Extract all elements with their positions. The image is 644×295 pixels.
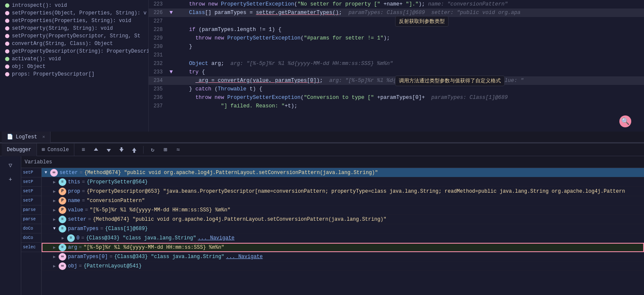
sidebar-item-0[interactable]: introspect(): void xyxy=(0,2,148,9)
var-row-value[interactable]: ▶ P value = "[%-5p]%r %l %d{yyyy-MM-dd H… xyxy=(42,205,644,215)
var-row-this[interactable]: ▶ ≡ this = {PropertySetter@564} xyxy=(42,177,644,187)
line-content: try { xyxy=(175,68,644,76)
toolbar-separator xyxy=(143,146,144,154)
expand-icon: ▶ xyxy=(50,264,59,269)
line-arrow xyxy=(168,25,175,34)
code-area: introspect(): void setProperties(Object,… xyxy=(0,0,644,132)
expand-icon: ▶ xyxy=(50,245,59,250)
toolbar-up-btn[interactable] xyxy=(90,144,102,155)
navigate-link-pt0[interactable]: ... Navigate xyxy=(198,235,234,241)
line-arrow xyxy=(168,0,175,8)
tab-close-icon[interactable]: × xyxy=(42,135,45,140)
svg-rect-3 xyxy=(121,147,122,149)
var-name-paramtypes0: paramTypes[0] xyxy=(68,254,108,260)
tab-logtest[interactable]: 📄 LogTest × xyxy=(2,131,51,143)
line-content: Class[] paramTypes = setter.getParameter… xyxy=(175,8,644,17)
var-row-paramtypes0[interactable]: ▶ ∞ paramTypes[0] = {Class@343} "class j… xyxy=(42,252,644,261)
line-num: 228 xyxy=(149,25,168,34)
tab-debugger[interactable]: Debugger xyxy=(2,143,37,156)
search-icon[interactable]: 🔍 xyxy=(619,115,631,127)
filter-btn[interactable]: ▽ xyxy=(5,160,16,171)
code-line-223: 223 throw new PropertySetterException("N… xyxy=(149,0,644,8)
var-value-pt0: {Class@343} "class java.lang.String" xyxy=(86,235,196,241)
sidebar-item-1[interactable]: setProperties(Object, Properties, String… xyxy=(0,9,148,17)
var-row-setter2[interactable]: ▶ ≡ setter = {Method@674} "public void o… xyxy=(42,215,644,224)
var-value-name: "conversionPattern" xyxy=(87,198,145,204)
expand-icon: ▼ xyxy=(42,170,50,175)
line-content: if (paramTypes.length != 1) { xyxy=(175,25,644,34)
toolbar-grid-btn[interactable]: ⊞ xyxy=(160,144,171,155)
toolbar-align-btn[interactable]: ≈ xyxy=(172,144,184,155)
dot-icon xyxy=(5,57,9,61)
var-icon-setter: ∞ xyxy=(50,169,58,177)
tab-console[interactable]: ⊞ Console xyxy=(37,143,75,156)
debug-panel: Debugger ⊞ Console ≡ ↻ ⊞ ≈ xyxy=(0,143,644,295)
sidebar-item-5[interactable]: convertArg(String, Class): Object xyxy=(0,40,148,48)
console-label: Console xyxy=(48,147,69,153)
var-row-paramtypes[interactable]: ▼ ≡ paramTypes = {Class[1]@689} xyxy=(42,224,644,233)
left-label-0: setP xyxy=(21,168,41,177)
tooltip-1: 反射获取到参数类型 xyxy=(395,16,449,27)
sidebar-item-label: activate(): void xyxy=(12,56,61,62)
var-name-obj: obj xyxy=(68,263,77,269)
var-row-arg[interactable]: ▶ ≡ arg = "[%-5p]%r %l %d{yyyy-MM-dd HH:… xyxy=(42,243,644,252)
editor-tab-bar: 📄 LogTest × xyxy=(0,132,644,143)
sidebar-item-4[interactable]: setProperty(PropertyDescriptor, String, … xyxy=(0,32,148,40)
tab-label: LogTest xyxy=(16,134,37,140)
line-num: 226 xyxy=(149,8,168,17)
line-content: throw new PropertySetterException("No se… xyxy=(175,0,644,8)
debugger-label: Debugger xyxy=(7,147,31,153)
add-watch-btn[interactable]: + xyxy=(5,174,16,185)
sidebar-item-7[interactable]: activate(): void xyxy=(0,55,148,63)
vars-main: setP setP setP setP parse parse doCo doC… xyxy=(21,168,644,295)
sidebar-item-6[interactable]: getPropertyDescriptor(String): PropertyD… xyxy=(0,48,148,55)
expand-icon: ▶ xyxy=(50,254,59,259)
tooltip-2: 调用方法通过类型参数与值获得了自定义格式 xyxy=(395,76,505,86)
var-name-this: this xyxy=(68,179,80,185)
var-icon-pt0b: ∞ xyxy=(59,253,66,261)
line-num: 232 xyxy=(149,59,168,68)
svg-marker-4 xyxy=(132,148,136,151)
debug-tab-bar: Debugger ⊞ Console ≡ ↻ ⊞ ≈ xyxy=(0,143,644,156)
vars-header: Variables xyxy=(21,156,644,168)
dot-icon xyxy=(5,49,9,53)
toolbar-refresh-btn[interactable]: ↻ xyxy=(147,144,158,155)
var-icon-obj: ∞ xyxy=(59,262,66,270)
left-label-8: selec xyxy=(21,243,41,252)
sidebar-item-label: setProperty(String, String): void xyxy=(12,25,113,31)
var-name-arg: arg xyxy=(68,244,77,250)
var-name-setter2: setter xyxy=(68,216,86,222)
sidebar-item-8[interactable]: obj: Object xyxy=(0,63,148,70)
var-list: ▼ ∞ setter = {Method@674} "public void o… xyxy=(42,168,644,295)
sidebar-item-label: introspect(): void xyxy=(12,3,67,8)
var-row-setter[interactable]: ▼ ∞ setter = {Method@674} "public void o… xyxy=(42,168,644,177)
line-arrow xyxy=(168,51,175,59)
line-content: } catch (Throwable t) { xyxy=(175,85,644,93)
sidebar-item-3[interactable]: setProperty(String, String): void xyxy=(0,25,148,32)
navigate-link-pt0b[interactable]: ... Navigate xyxy=(226,254,263,260)
var-value-arg: "[%-5p]%r %l %d{yyyy-MM-dd HH:mm:ss:SSS}… xyxy=(84,244,224,250)
line-content: throw new PropertySetterException("Conve… xyxy=(175,93,644,102)
var-value-this: {PropertySetter@564} xyxy=(87,179,148,185)
toolbar-down-btn[interactable] xyxy=(103,144,114,155)
var-icon-setter2: ≡ xyxy=(59,216,66,223)
sidebar-item-2[interactable]: setProperties(Properties, String): void xyxy=(0,17,148,25)
var-row-prop[interactable]: ▶ P prop = {PropertyDescriptor@653} "jav… xyxy=(42,187,644,196)
toolbar-stepout-btn[interactable] xyxy=(129,144,140,155)
debug-sidebar: ▽ + xyxy=(0,156,21,295)
var-row-obj[interactable]: ▶ ∞ obj = {PatternLayout@541} xyxy=(42,261,644,271)
var-row-name[interactable]: ▶ P name = "conversionPattern" xyxy=(42,196,644,205)
toolbar-menu-btn[interactable]: ≡ xyxy=(78,144,89,155)
expand-icon: ▶ xyxy=(50,217,59,222)
line-arrow xyxy=(168,59,175,68)
vars-content: Variables setP setP setP setP parse pars… xyxy=(21,156,644,295)
line-arrow: ▼ xyxy=(168,68,175,76)
var-value-obj: {PatternLayout@541} xyxy=(84,263,142,269)
sidebar-item-9[interactable]: props: PropertyDescriptor[] xyxy=(0,70,148,78)
var-icon-this: ≡ xyxy=(59,178,66,186)
var-row-paramtypes-0[interactable]: ▶ ≡ 0 = {Class@343} "class java.lang.Str… xyxy=(42,233,644,243)
expand-icon: ▶ xyxy=(50,208,59,213)
left-label-7: doCo xyxy=(21,233,41,243)
var-name-value: value xyxy=(68,207,83,213)
toolbar-stepinto-btn[interactable] xyxy=(116,144,127,155)
